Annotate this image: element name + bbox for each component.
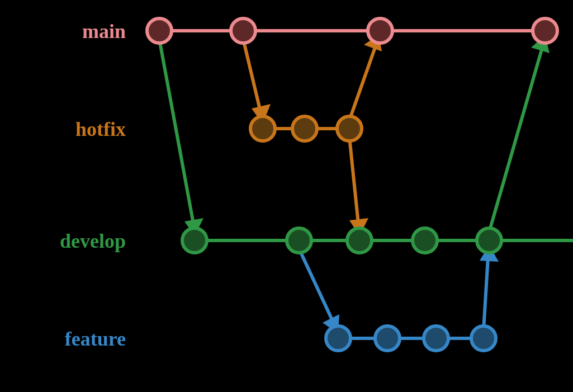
- commit-develop: [182, 228, 207, 253]
- svg-line-12: [489, 48, 542, 232]
- svg-line-8: [299, 249, 334, 323]
- svg-line-0: [159, 39, 193, 224]
- branch-label-feature: feature: [65, 328, 126, 350]
- commit-main: [231, 18, 255, 43]
- arrow-develop-to-main: [489, 35, 550, 232]
- commit-develop: [413, 228, 437, 253]
- commit-develop: [347, 228, 372, 253]
- svg-line-2: [243, 39, 261, 112]
- commit-main: [533, 18, 557, 43]
- branch-label-main: main: [82, 20, 126, 42]
- commit-feature: [375, 326, 400, 351]
- commit-feature: [326, 326, 351, 351]
- arrow-develop-to-feature: [299, 249, 339, 334]
- commit-hotfix: [292, 116, 317, 141]
- commit-develop: [477, 228, 501, 253]
- commit-hotfix: [337, 116, 362, 141]
- commit-develop: [287, 228, 311, 253]
- commit-feature: [471, 326, 496, 351]
- commit-hotfix: [250, 116, 275, 141]
- svg-line-6: [349, 137, 358, 224]
- arrow-hotfix-to-develop: [349, 137, 368, 236]
- arrow-main-to-develop: [159, 39, 203, 236]
- commit-main: [147, 18, 172, 43]
- branch-label-develop: develop: [60, 230, 126, 252]
- svg-line-4: [349, 46, 376, 120]
- arrow-main-to-hotfix: [243, 39, 271, 124]
- branch-label-hotfix: hotfix: [75, 118, 126, 140]
- arrow-feature-to-develop: [480, 245, 499, 330]
- arrow-hotfix-to-main: [349, 35, 382, 120]
- svg-line-10: [484, 257, 488, 330]
- commit-feature: [424, 326, 448, 351]
- commit-main: [368, 18, 392, 43]
